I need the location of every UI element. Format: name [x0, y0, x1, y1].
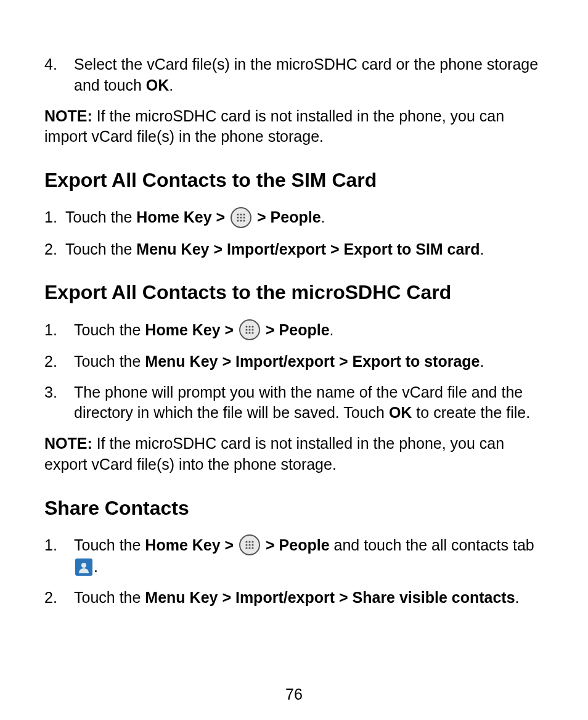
list-number: 4. — [44, 54, 74, 96]
svg-point-7 — [240, 219, 242, 221]
svg-point-20 — [252, 541, 254, 543]
svg-point-8 — [243, 219, 245, 221]
svg-point-17 — [252, 332, 254, 333]
svg-point-10 — [249, 325, 251, 327]
apps-grid-icon — [239, 534, 260, 555]
svg-point-27 — [81, 563, 86, 568]
text: to create the file. — [412, 404, 530, 421]
text: Touch the — [74, 353, 145, 370]
text: and touch the all contacts tab — [330, 536, 534, 554]
svg-point-26 — [252, 547, 254, 549]
text: . — [480, 240, 484, 258]
list-body: Select the vCard file(s) in the microSDH… — [74, 54, 544, 96]
heading-export-sim: Export All Contacts to the SIM Card — [44, 167, 544, 194]
text: Touch the — [74, 321, 145, 338]
list-item: 4. Select the vCard file(s) in the micro… — [44, 54, 544, 96]
svg-point-4 — [240, 216, 242, 218]
list-item: 1. Touch the Home Key > > People. — [44, 320, 544, 342]
bold-text: Home Key > — [136, 208, 229, 226]
text: . — [94, 558, 98, 575]
svg-point-1 — [240, 213, 242, 215]
svg-point-13 — [249, 329, 251, 330]
list-item: 2. Touch the Menu Key > Import/export > … — [44, 239, 544, 260]
list-body: Touch the Menu Key > Import/export > Sha… — [74, 587, 544, 608]
list-number: 1. — [44, 207, 65, 229]
list-body: Touch the Home Key > > People. — [65, 207, 544, 229]
list-item: 2. Touch the Menu Key > Import/export > … — [44, 351, 544, 372]
text: Touch the — [74, 589, 145, 606]
list-body: Touch the Home Key > > People. — [74, 320, 544, 342]
list-body: Touch the Menu Key > Import/export > Exp… — [74, 351, 544, 372]
svg-point-25 — [249, 547, 251, 549]
list-number: 3. — [44, 382, 74, 424]
svg-point-16 — [249, 332, 251, 333]
note-paragraph: NOTE: If the microSDHC card is not insta… — [44, 106, 544, 148]
note-text: If the microSDHC card is not installed i… — [44, 107, 504, 145]
bold-text: > People — [261, 321, 329, 338]
text: . — [321, 208, 325, 226]
note-paragraph: NOTE: If the microSDHC card is not insta… — [44, 433, 544, 475]
text: Touch the — [65, 240, 136, 258]
bold-text: Menu Key > Import/export > Export to sto… — [145, 353, 480, 370]
bold-text: OK — [389, 404, 412, 421]
list-body: Touch the Menu Key > Import/export > Exp… — [65, 239, 544, 260]
svg-point-14 — [252, 329, 254, 330]
svg-point-9 — [246, 325, 248, 327]
svg-point-3 — [237, 216, 239, 218]
text: Touch the — [65, 208, 136, 226]
page-number: 76 — [0, 684, 588, 705]
svg-point-0 — [237, 213, 239, 215]
svg-point-22 — [249, 544, 251, 546]
bold-text: Home Key > — [145, 536, 238, 554]
svg-point-11 — [252, 325, 254, 327]
list-item: 3. The phone will prompt you with the na… — [44, 382, 544, 424]
svg-point-18 — [246, 541, 248, 543]
svg-point-15 — [246, 332, 248, 333]
svg-point-2 — [243, 213, 245, 215]
list-body: The phone will prompt you with the name … — [74, 382, 544, 424]
svg-point-6 — [237, 219, 239, 221]
note-label: NOTE: — [44, 107, 92, 125]
bold-text: > People — [261, 536, 329, 554]
list-item: 1. Touch the Home Key > > People and tou… — [44, 535, 544, 578]
text: Touch the — [74, 536, 145, 554]
svg-point-12 — [246, 329, 248, 330]
contacts-tab-icon — [75, 558, 92, 576]
svg-point-23 — [252, 544, 254, 546]
bold-text: OK — [146, 76, 169, 94]
svg-point-21 — [246, 544, 248, 546]
note-label: NOTE: — [44, 435, 92, 452]
list-number: 2. — [44, 587, 74, 608]
list-body: Touch the Home Key > > People and touch … — [74, 535, 544, 578]
list-number: 1. — [44, 535, 74, 578]
svg-point-24 — [246, 547, 248, 549]
apps-grid-icon — [231, 207, 251, 228]
list-number: 2. — [44, 239, 65, 260]
bold-text: Menu Key > Import/export > Share visible… — [145, 589, 515, 606]
list-number: 1. — [44, 320, 74, 342]
manual-page: 4. Select the vCard file(s) in the micro… — [0, 0, 588, 720]
heading-export-microsdhc: Export All Contacts to the microSDHC Car… — [44, 279, 544, 306]
text: . — [169, 76, 173, 94]
apps-grid-icon — [239, 319, 260, 340]
text: Select the vCard file(s) in the microSDH… — [74, 55, 538, 94]
text: . — [515, 589, 520, 606]
list-number: 2. — [44, 351, 74, 372]
text: . — [330, 321, 334, 338]
list-item: 2. Touch the Menu Key > Import/export > … — [44, 587, 544, 608]
bold-text: > People — [253, 208, 321, 226]
svg-point-19 — [249, 541, 251, 543]
bold-text: Menu Key > Import/export > Export to SIM… — [136, 240, 480, 258]
bold-text: Home Key > — [145, 321, 238, 338]
list-item: 1. Touch the Home Key > > People. — [44, 207, 544, 229]
text: . — [480, 353, 484, 370]
heading-share-contacts: Share Contacts — [44, 495, 544, 522]
svg-point-5 — [243, 216, 245, 218]
note-text: If the microSDHC card is not installed i… — [44, 435, 504, 473]
